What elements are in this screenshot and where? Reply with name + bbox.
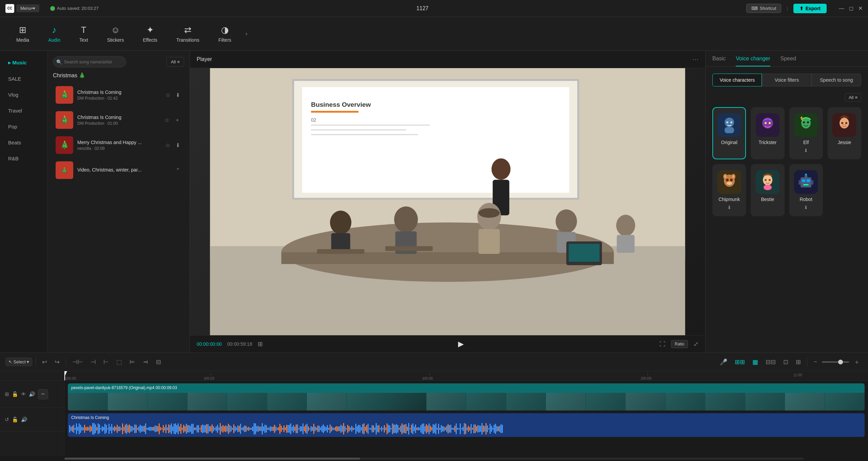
scrollbar-thumb[interactable] xyxy=(64,458,360,460)
toolbar-item-filters[interactable]: ◑ Filters xyxy=(209,21,241,46)
search-input[interactable] xyxy=(53,56,126,67)
toolbar-item-text[interactable]: T Text xyxy=(70,21,98,46)
track-edit-button[interactable]: ✏ xyxy=(38,389,48,399)
sidebar-item-music[interactable]: Music xyxy=(2,55,45,71)
waveform-bar xyxy=(381,426,382,432)
restore-button[interactable]: ◻ xyxy=(849,5,853,12)
redo-button[interactable]: ↪ xyxy=(52,357,62,367)
link-clip-button[interactable]: ⊞⊞ xyxy=(732,357,748,367)
subtab-speech-to-song[interactable]: Speech to song xyxy=(812,74,861,86)
video-track[interactable]: pexels-pavel-danilyuk-8716579 (Original)… xyxy=(68,383,865,410)
undo-button[interactable]: ↩ xyxy=(39,357,50,367)
track-video-icon[interactable]: ⊞ xyxy=(5,391,9,397)
download-button[interactable]: ⬇ xyxy=(174,91,181,100)
waveform-bar xyxy=(279,424,280,434)
align-right-button[interactable]: ⫤ xyxy=(140,357,151,367)
playhead[interactable] xyxy=(64,371,65,380)
waveform-bar xyxy=(232,428,233,429)
favorite-button[interactable]: ☆ xyxy=(164,91,172,100)
waveform-bar xyxy=(108,424,110,434)
toolbar-item-effects[interactable]: ✦ Effects xyxy=(133,21,167,46)
audio-track-loop-icon[interactable]: ↺ xyxy=(5,417,9,423)
list-item[interactable]: 🎄 Christmas Is Coming DM Production · 01… xyxy=(53,83,184,107)
all-filter-button[interactable]: All ≡ xyxy=(166,57,184,67)
tab-basic[interactable]: Basic xyxy=(712,56,726,66)
subtab-voice-characters[interactable]: Voice characters xyxy=(712,74,762,86)
titlebar: CC Menu•▾ Auto saved: 20:03:27 1127 ⌨ Sh… xyxy=(0,0,868,17)
timeline-tracks[interactable]: |00:00 |00:03 |00:06 |00:09 xyxy=(64,371,868,456)
favorite-button[interactable]: ☆ xyxy=(163,116,171,125)
video-track-button[interactable]: ▦ xyxy=(750,357,761,367)
close-button[interactable]: ✕ xyxy=(858,5,863,12)
waveform-bar xyxy=(422,424,423,434)
menu-button[interactable]: Menu•▾ xyxy=(16,4,39,12)
voice-card-robot[interactable]: Robot ⬇ xyxy=(789,164,823,216)
horizontal-scrollbar[interactable] xyxy=(0,456,868,461)
export-button[interactable]: ⬆ Export xyxy=(793,4,827,13)
toolbar-item-media[interactable]: ⊞ Media xyxy=(7,21,39,46)
voice-all-filter-button[interactable]: All ≡ xyxy=(845,93,861,102)
sidebar-item-vlog[interactable]: Vlog xyxy=(2,87,45,102)
voice-card-jessie[interactable]: Jessie xyxy=(828,107,861,159)
voice-card-original[interactable]: Original xyxy=(712,107,746,159)
download-button[interactable]: ⬇ xyxy=(174,141,181,150)
link-button[interactable]: ⊟⊟ xyxy=(763,357,778,367)
list-item[interactable]: 🎄 Merry Christmas and Happy ... neozilla… xyxy=(53,133,184,157)
minimize-button[interactable]: — xyxy=(839,5,844,12)
trim-right-button[interactable]: ⊢ xyxy=(101,357,112,367)
voice-card-chipmunk[interactable]: Chipmunk ⬇ xyxy=(712,164,746,216)
zoom-thumb[interactable] xyxy=(838,360,843,364)
zoom-slider[interactable] xyxy=(822,361,849,363)
play-button[interactable]: ▶ xyxy=(458,340,464,348)
waveform-bar xyxy=(222,425,223,433)
audio-track[interactable]: Christmas Is Coming xyxy=(68,413,865,437)
grid-view-button[interactable]: ⊞ xyxy=(258,340,263,348)
microphone-button[interactable]: 🎤 xyxy=(717,357,730,367)
sidebar-item-rnb[interactable]: R&B xyxy=(2,151,45,166)
toolbar-item-transitions[interactable]: ⇄ Transitions xyxy=(167,21,209,46)
more-button[interactable]: ⌃ xyxy=(174,166,181,175)
voice-card-elf[interactable]: Elf ⬇ xyxy=(789,107,823,159)
track-audio-icon[interactable]: 🔊 xyxy=(29,391,35,397)
list-item[interactable]: 🎄 Video, Christmas, winter, par... ⌃ xyxy=(53,158,184,182)
toolbar-more-button[interactable]: › xyxy=(242,27,251,41)
transitions-label: Transitions xyxy=(176,37,199,43)
zoom-in-button[interactable]: ＋ xyxy=(851,356,863,368)
player-menu-button[interactable]: ⋯ xyxy=(692,56,698,63)
scrollbar-track[interactable] xyxy=(64,458,804,460)
waveform-bar xyxy=(180,424,181,434)
add-button[interactable]: ＋ xyxy=(173,115,181,125)
tab-voice-changer[interactable]: Voice changer xyxy=(736,56,770,66)
ratio-button[interactable]: Ratio xyxy=(671,340,688,348)
toolbar-item-audio[interactable]: ♪ Audio xyxy=(39,21,70,46)
sidebar-item-beats[interactable]: Beats xyxy=(2,135,45,150)
split-button[interactable]: ⊣⊢ xyxy=(70,357,86,367)
list-item[interactable]: 🎄 Christmas Is Coming DM Production · 01… xyxy=(53,108,184,132)
track-eye-icon[interactable]: 👁 xyxy=(21,391,26,397)
sidebar-item-pop[interactable]: Pop xyxy=(2,119,45,134)
voice-card-bestie[interactable]: Bestie xyxy=(751,164,784,216)
toolbar-item-stickers[interactable]: ☺ Stickers xyxy=(98,21,134,46)
trim-left-button[interactable]: ⊣ xyxy=(88,357,99,367)
subtab-voice-filters[interactable]: Voice filters xyxy=(762,74,811,86)
subtitle-button[interactable]: ⊞ xyxy=(793,357,804,367)
more-options-button[interactable]: ⊟ xyxy=(153,357,164,367)
svg-rect-27 xyxy=(385,246,433,251)
audio-track-volume-icon[interactable]: 🔊 xyxy=(21,417,27,423)
sidebar-item-sale[interactable]: SALE xyxy=(2,71,45,86)
select-tool[interactable]: ↖ Select ▾ xyxy=(5,358,32,366)
zoom-out-button[interactable]: − xyxy=(811,357,820,367)
align-left-button[interactable]: ⊨ xyxy=(127,357,138,367)
caption-button[interactable]: ⊡ xyxy=(781,357,791,367)
autosave-dot xyxy=(50,6,55,11)
shortcut-button[interactable]: ⌨ Shortcut xyxy=(746,4,781,13)
sidebar-item-travel[interactable]: Travel xyxy=(2,103,45,118)
favorite-button[interactable]: ☆ xyxy=(164,141,172,150)
audio-track-lock-icon[interactable]: 🔓 xyxy=(12,417,18,423)
tab-speed[interactable]: Speed xyxy=(781,56,796,66)
fullscreen-button[interactable]: ⤢ xyxy=(693,340,698,348)
delete-button[interactable]: ⬚ xyxy=(114,357,125,367)
track-lock-icon[interactable]: 🔓 xyxy=(12,391,18,397)
voice-card-trickster[interactable]: Trickster xyxy=(751,107,784,159)
screenshot-button[interactable]: ⛶ xyxy=(659,341,666,348)
